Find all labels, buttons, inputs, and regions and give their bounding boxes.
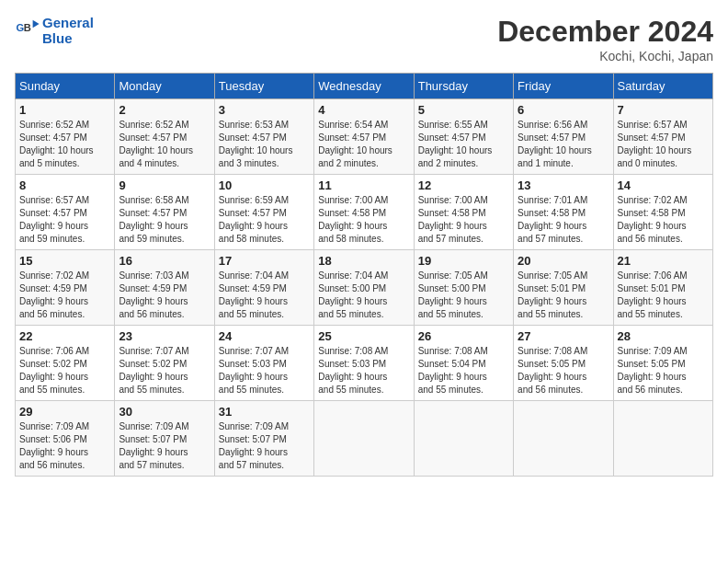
day-info: Sunrise: 7:08 AMSunset: 5:05 PMDaylight:… xyxy=(518,345,609,396)
day-number: 5 xyxy=(418,103,509,117)
page-header: G B General Blue December 2024 Kochi, Ko… xyxy=(15,15,713,63)
day-number: 3 xyxy=(219,103,310,117)
calendar-cell: 11Sunrise: 7:00 AMSunset: 4:58 PMDayligh… xyxy=(314,175,414,250)
day-info: Sunrise: 7:07 AMSunset: 5:03 PMDaylight:… xyxy=(219,345,310,396)
calendar-week-3: 15Sunrise: 7:02 AMSunset: 4:59 PMDayligh… xyxy=(16,250,713,326)
day-info: Sunrise: 7:09 AMSunset: 5:07 PMDaylight:… xyxy=(219,420,310,472)
calendar-cell xyxy=(514,401,613,477)
col-header-tuesday: Tuesday xyxy=(214,74,313,99)
calendar-cell xyxy=(613,401,712,477)
day-number: 11 xyxy=(318,178,409,192)
calendar-cell: 3Sunrise: 6:53 AMSunset: 4:57 PMDaylight… xyxy=(214,99,313,175)
calendar-cell: 9Sunrise: 6:58 AMSunset: 4:57 PMDaylight… xyxy=(115,175,214,250)
calendar-cell: 5Sunrise: 6:55 AMSunset: 4:57 PMDaylight… xyxy=(414,99,513,175)
day-info: Sunrise: 7:04 AMSunset: 5:00 PMDaylight:… xyxy=(318,270,409,321)
calendar-table: SundayMondayTuesdayWednesdayThursdayFrid… xyxy=(15,73,713,477)
day-info: Sunrise: 7:09 AMSunset: 5:07 PMDaylight:… xyxy=(119,420,210,472)
calendar-cell: 17Sunrise: 7:04 AMSunset: 4:59 PMDayligh… xyxy=(214,250,313,326)
calendar-cell: 16Sunrise: 7:03 AMSunset: 4:59 PMDayligh… xyxy=(115,250,214,326)
day-info: Sunrise: 7:05 AMSunset: 5:00 PMDaylight:… xyxy=(418,270,509,321)
day-number: 7 xyxy=(618,103,709,117)
day-number: 9 xyxy=(119,178,210,192)
day-number: 22 xyxy=(19,329,110,343)
day-info: Sunrise: 7:00 AMSunset: 4:58 PMDaylight:… xyxy=(418,194,509,246)
calendar-week-5: 29Sunrise: 7:09 AMSunset: 5:06 PMDayligh… xyxy=(16,401,713,477)
day-number: 26 xyxy=(418,329,509,343)
day-info: Sunrise: 6:58 AMSunset: 4:57 PMDaylight:… xyxy=(119,194,210,246)
day-info: Sunrise: 6:56 AMSunset: 4:57 PMDaylight:… xyxy=(518,119,609,170)
title-block: December 2024 Kochi, Kochi, Japan xyxy=(497,15,713,63)
calendar-cell: 28Sunrise: 7:09 AMSunset: 5:05 PMDayligh… xyxy=(613,326,712,401)
day-number: 6 xyxy=(518,103,609,117)
calendar-cell: 13Sunrise: 7:01 AMSunset: 4:58 PMDayligh… xyxy=(514,175,613,250)
day-number: 4 xyxy=(318,103,409,117)
calendar-week-4: 22Sunrise: 7:06 AMSunset: 5:02 PMDayligh… xyxy=(16,326,713,401)
calendar-cell xyxy=(314,401,414,477)
calendar-cell: 30Sunrise: 7:09 AMSunset: 5:07 PMDayligh… xyxy=(115,401,214,477)
day-info: Sunrise: 7:01 AMSunset: 4:58 PMDaylight:… xyxy=(518,194,609,246)
day-info: Sunrise: 7:06 AMSunset: 5:02 PMDaylight:… xyxy=(19,345,110,396)
day-info: Sunrise: 7:06 AMSunset: 5:01 PMDaylight:… xyxy=(618,270,709,321)
logo-line2: Blue xyxy=(42,30,94,46)
svg-text:G: G xyxy=(16,22,24,33)
day-info: Sunrise: 6:57 AMSunset: 4:57 PMDaylight:… xyxy=(19,194,110,246)
calendar-cell: 29Sunrise: 7:09 AMSunset: 5:06 PMDayligh… xyxy=(16,401,115,477)
day-number: 23 xyxy=(119,329,210,343)
day-number: 17 xyxy=(219,254,310,268)
day-info: Sunrise: 7:00 AMSunset: 4:58 PMDaylight:… xyxy=(318,194,409,246)
calendar-cell xyxy=(414,401,513,477)
day-info: Sunrise: 6:59 AMSunset: 4:57 PMDaylight:… xyxy=(219,194,310,246)
calendar-cell: 15Sunrise: 7:02 AMSunset: 4:59 PMDayligh… xyxy=(16,250,115,326)
day-info: Sunrise: 6:53 AMSunset: 4:57 PMDaylight:… xyxy=(219,119,310,170)
day-number: 10 xyxy=(219,178,310,192)
col-header-saturday: Saturday xyxy=(613,74,712,99)
day-info: Sunrise: 7:08 AMSunset: 5:03 PMDaylight:… xyxy=(318,345,409,396)
day-info: Sunrise: 7:02 AMSunset: 4:58 PMDaylight:… xyxy=(618,194,709,246)
col-header-friday: Friday xyxy=(514,74,613,99)
day-info: Sunrise: 7:04 AMSunset: 4:59 PMDaylight:… xyxy=(219,270,310,321)
day-number: 27 xyxy=(518,329,609,343)
day-number: 8 xyxy=(19,178,110,192)
calendar-cell: 31Sunrise: 7:09 AMSunset: 5:07 PMDayligh… xyxy=(214,401,313,477)
day-info: Sunrise: 7:08 AMSunset: 5:04 PMDaylight:… xyxy=(418,345,509,396)
col-header-sunday: Sunday xyxy=(16,74,115,99)
calendar-cell: 20Sunrise: 7:05 AMSunset: 5:01 PMDayligh… xyxy=(514,250,613,326)
day-info: Sunrise: 7:05 AMSunset: 5:01 PMDaylight:… xyxy=(518,270,609,321)
day-number: 14 xyxy=(618,178,709,192)
col-header-wednesday: Wednesday xyxy=(314,74,414,99)
day-number: 12 xyxy=(418,178,509,192)
day-info: Sunrise: 6:57 AMSunset: 4:57 PMDaylight:… xyxy=(618,119,709,170)
day-info: Sunrise: 6:52 AMSunset: 4:57 PMDaylight:… xyxy=(19,119,110,170)
calendar-cell: 26Sunrise: 7:08 AMSunset: 5:04 PMDayligh… xyxy=(414,326,513,401)
day-number: 30 xyxy=(119,405,210,419)
day-number: 19 xyxy=(418,254,509,268)
calendar-cell: 14Sunrise: 7:02 AMSunset: 4:58 PMDayligh… xyxy=(613,175,712,250)
calendar-week-2: 8Sunrise: 6:57 AMSunset: 4:57 PMDaylight… xyxy=(16,175,713,250)
calendar-cell: 4Sunrise: 6:54 AMSunset: 4:57 PMDaylight… xyxy=(314,99,414,175)
calendar-cell: 8Sunrise: 6:57 AMSunset: 4:57 PMDaylight… xyxy=(16,175,115,250)
calendar-cell: 22Sunrise: 7:06 AMSunset: 5:02 PMDayligh… xyxy=(16,326,115,401)
day-info: Sunrise: 7:09 AMSunset: 5:06 PMDaylight:… xyxy=(19,420,110,472)
day-number: 18 xyxy=(318,254,409,268)
calendar-cell: 7Sunrise: 6:57 AMSunset: 4:57 PMDaylight… xyxy=(613,99,712,175)
day-info: Sunrise: 6:55 AMSunset: 4:57 PMDaylight:… xyxy=(418,119,509,170)
calendar-cell: 23Sunrise: 7:07 AMSunset: 5:02 PMDayligh… xyxy=(115,326,214,401)
calendar-cell: 25Sunrise: 7:08 AMSunset: 5:03 PMDayligh… xyxy=(314,326,414,401)
calendar-cell: 6Sunrise: 6:56 AMSunset: 4:57 PMDaylight… xyxy=(514,99,613,175)
day-number: 15 xyxy=(19,254,110,268)
calendar-cell: 19Sunrise: 7:05 AMSunset: 5:00 PMDayligh… xyxy=(414,250,513,326)
calendar-cell: 27Sunrise: 7:08 AMSunset: 5:05 PMDayligh… xyxy=(514,326,613,401)
calendar-cell: 2Sunrise: 6:52 AMSunset: 4:57 PMDaylight… xyxy=(115,99,214,175)
calendar-cell: 1Sunrise: 6:52 AMSunset: 4:57 PMDaylight… xyxy=(16,99,115,175)
day-number: 2 xyxy=(119,103,210,117)
calendar-cell: 10Sunrise: 6:59 AMSunset: 4:57 PMDayligh… xyxy=(214,175,313,250)
col-header-thursday: Thursday xyxy=(414,74,513,99)
day-info: Sunrise: 7:09 AMSunset: 5:05 PMDaylight:… xyxy=(618,345,709,396)
day-info: Sunrise: 6:54 AMSunset: 4:57 PMDaylight:… xyxy=(318,119,409,170)
day-number: 24 xyxy=(219,329,310,343)
day-number: 25 xyxy=(318,329,409,343)
logo-icon: G B xyxy=(15,17,40,43)
day-number: 13 xyxy=(518,178,609,192)
day-number: 28 xyxy=(618,329,709,343)
day-number: 31 xyxy=(219,405,310,419)
